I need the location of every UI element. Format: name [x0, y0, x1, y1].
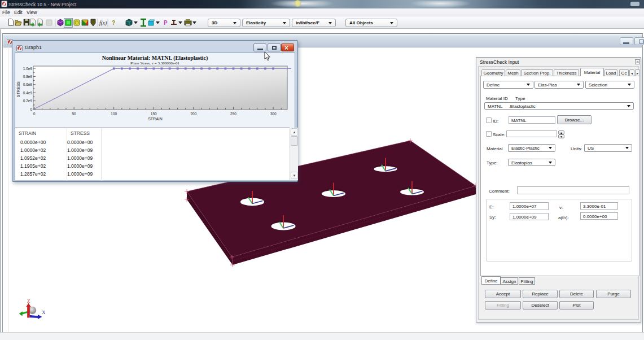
- svg-text:0.4e9: 0.4e9: [23, 91, 33, 95]
- svg-text:STRAIN: STRAIN: [148, 117, 163, 121]
- svg-text:0: 0: [33, 112, 36, 116]
- svg-text:100: 100: [111, 112, 117, 116]
- svg-text:150: 150: [151, 112, 157, 116]
- svg-text:0.2e9: 0.2e9: [23, 99, 33, 103]
- svg-text:X: X: [42, 310, 46, 315]
- svg-text:0.8e9: 0.8e9: [23, 75, 33, 79]
- svg-text:0: 0: [30, 107, 32, 111]
- svg-text:250: 250: [230, 112, 236, 116]
- svg-text:200: 200: [190, 112, 196, 116]
- svg-text:1.0e9: 1.0e9: [23, 67, 33, 71]
- svg-text:50: 50: [72, 112, 76, 116]
- svg-text:Z: Z: [27, 298, 30, 304]
- svg-text:300: 300: [270, 112, 277, 116]
- svg-text:0.6e9: 0.6e9: [23, 82, 33, 86]
- svg-text:STRESS: STRESS: [16, 81, 20, 97]
